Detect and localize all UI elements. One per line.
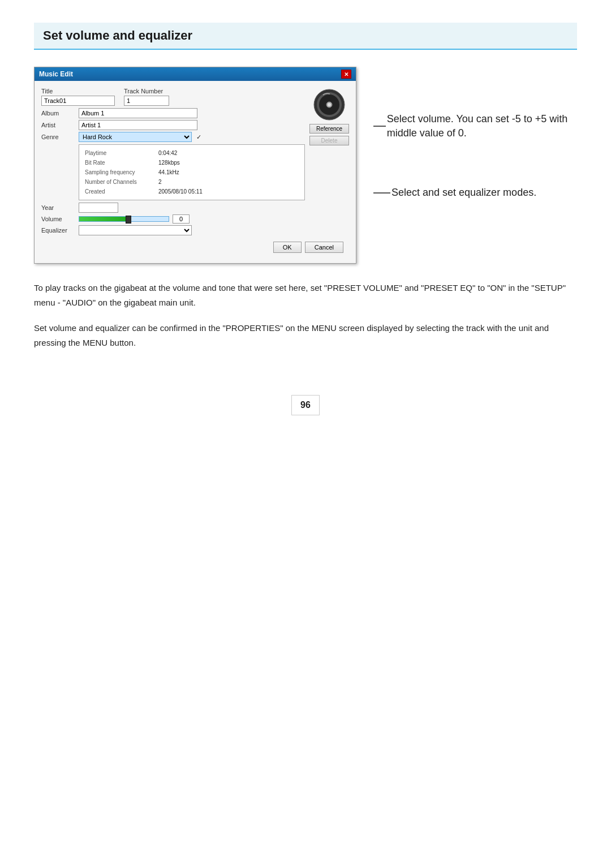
info-panel: Playtime 0:04:42 Bit Rate 128kbps Sampli… — [79, 144, 305, 200]
annotations-panel: Select volume. You can set -5 to +5 with… — [373, 67, 577, 200]
track-number-input[interactable] — [124, 96, 169, 106]
equalizer-annotation: Select and set equalizer modes. — [373, 186, 577, 200]
genre-select[interactable]: Hard Rock — [79, 132, 192, 142]
dialog-form-left: Title Track Number Album — [41, 87, 305, 237]
info-sampling-row: Sampling frequency 44.1kHz — [85, 167, 299, 177]
equalizer-label: Equalizer — [41, 227, 75, 234]
dialog-body: Title Track Number Album — [35, 81, 356, 263]
playtime-label: Playtime — [85, 148, 153, 158]
page-title: Set volume and equalizer — [34, 23, 577, 50]
volume-annotation: Select volume. You can set -5 to +5 with… — [373, 112, 577, 140]
year-row: Year — [41, 203, 305, 213]
dialog-titlebar: Music Edit ✕ — [35, 67, 356, 81]
channels-value: 2 — [158, 177, 162, 187]
equalizer-arrow-line — [373, 192, 390, 194]
artist-input[interactable] — [79, 120, 197, 130]
cancel-button[interactable]: Cancel — [305, 242, 343, 253]
volume-filled — [79, 217, 128, 221]
page-number: 96 — [291, 395, 320, 415]
genre-label: Genre — [41, 134, 75, 140]
cd-icon — [313, 88, 346, 121]
title-label: Title — [41, 87, 115, 96]
equalizer-annotation-text: Select and set equalizer modes. — [391, 186, 536, 200]
created-label: Created — [85, 187, 153, 196]
volume-slider-track[interactable] — [79, 216, 169, 222]
year-label: Year — [41, 204, 75, 211]
page-number-container: 96 — [34, 372, 577, 415]
reference-button[interactable]: Reference — [309, 124, 349, 134]
info-bitrate-row: Bit Rate 128kbps — [85, 158, 299, 167]
volume-label: Volume — [41, 216, 75, 222]
dialog-title: Music Edit — [39, 70, 73, 78]
artist-label: Artist — [41, 122, 75, 128]
playtime-value: 0:04:42 — [158, 148, 177, 158]
bitrate-value: 128kbps — [158, 158, 180, 167]
description-paragraph-1: To play tracks on the gigabeat at the vo… — [34, 281, 577, 310]
info-playtime-row: Playtime 0:04:42 — [85, 148, 299, 158]
sampling-value: 44.1kHz — [158, 167, 179, 177]
equalizer-row: Equalizer — [41, 225, 305, 235]
ok-button[interactable]: OK — [273, 242, 302, 253]
title-input[interactable] — [41, 96, 115, 106]
dialog-inner: Title Track Number Album — [41, 87, 349, 237]
svg-point-4 — [328, 103, 331, 106]
info-channels-row: Number of Channels 2 — [85, 177, 299, 187]
volume-value-input[interactable] — [173, 214, 190, 224]
equalizer-select[interactable] — [79, 225, 192, 235]
album-row: Album — [41, 108, 305, 118]
dialog-action-buttons: OK Cancel — [41, 237, 349, 257]
music-edit-dialog: Music Edit ✕ Title — [34, 67, 356, 264]
cd-image — [312, 88, 346, 122]
created-value: 2005/08/10 05:11 — [158, 187, 203, 196]
bitrate-label: Bit Rate — [85, 158, 153, 167]
delete-button[interactable]: Delete — [309, 136, 349, 145]
dialog-form-right: Reference Delete — [309, 87, 349, 237]
dialog-close-button[interactable]: ✕ — [341, 70, 351, 79]
track-number-label: Track Number — [124, 87, 169, 96]
album-label: Album — [41, 110, 75, 117]
volume-annotation-text: Select volume. You can set -5 to +5 with… — [387, 112, 577, 140]
artist-row: Artist — [41, 120, 305, 130]
year-input[interactable] — [79, 203, 118, 213]
sampling-label: Sampling frequency — [85, 167, 153, 177]
album-input[interactable] — [79, 108, 197, 118]
volume-arrow-line — [373, 126, 386, 127]
channels-label: Number of Channels — [85, 177, 153, 187]
volume-row: Volume — [41, 214, 305, 224]
description-paragraph-2: Set volume and equalizer can be confirme… — [34, 321, 577, 350]
volume-thumb[interactable] — [126, 216, 131, 224]
genre-row: Genre Hard Rock ✓ — [41, 132, 305, 142]
info-created-row: Created 2005/08/10 05:11 — [85, 187, 299, 196]
